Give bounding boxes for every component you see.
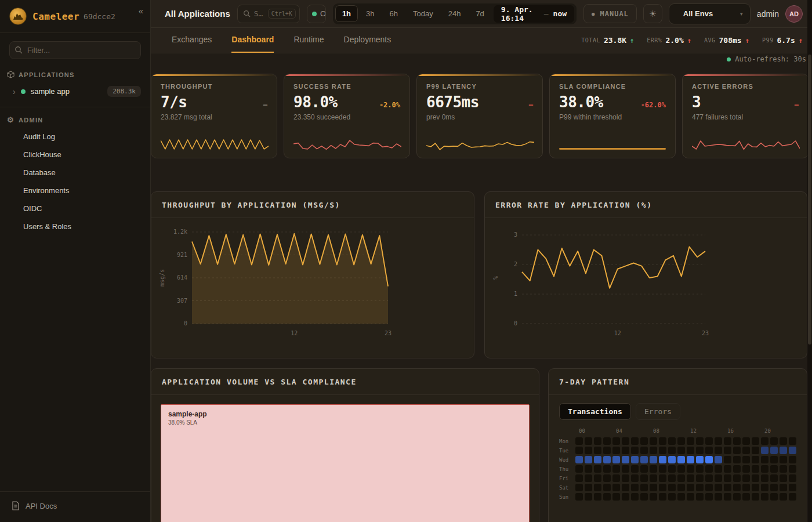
heatmap-cell	[585, 447, 592, 454]
vertical-scrollbar	[807, 0, 812, 522]
heatmap-cell	[612, 474, 620, 482]
arrow-up-icon: ↑	[745, 37, 749, 45]
heatmap-cell	[622, 437, 629, 445]
heatmap-cell	[761, 447, 768, 454]
heatmap-cell	[705, 456, 713, 463]
date-range-display[interactable]: 9. Apr. 16:14 – now	[494, 5, 574, 23]
svg-text:12: 12	[291, 330, 298, 336]
heatmap-cell	[742, 493, 750, 501]
sidebar-item-users-roles[interactable]: Users & Roles	[0, 217, 150, 235]
svg-text:2: 2	[514, 261, 517, 267]
heatmap-cell	[724, 456, 731, 463]
heatmap-cell	[780, 484, 787, 491]
heatmap-cell	[668, 465, 676, 473]
shortcut-kbd: Ctrl+K	[268, 9, 296, 19]
tab-exchanges[interactable]: Exchanges	[172, 28, 212, 53]
user-avatar[interactable]: AD	[785, 5, 803, 23]
username-label: admin	[757, 9, 779, 19]
svg-text:921: 921	[177, 252, 187, 258]
panel-title: THROUGHPUT BY APPLICATION (MSG/S)	[162, 201, 340, 209]
app-name: sample app	[31, 87, 108, 96]
app-status-dot	[21, 89, 26, 94]
range-24h[interactable]: 24h	[441, 5, 468, 22]
page-title: All Applications	[165, 9, 230, 19]
heatmap-cell	[575, 447, 583, 454]
heatmap-cell	[696, 484, 704, 491]
heatmap-cell	[705, 447, 713, 454]
heatmap-cell	[622, 465, 629, 473]
tab-runtime[interactable]: Runtime	[293, 28, 324, 53]
manual-refresh-button[interactable]: ● MANUAL	[583, 4, 637, 23]
kpi-row: THROUGHPUT 7/s– 23.827 msg total SUCCESS…	[151, 74, 812, 158]
heatmap-cell	[659, 465, 666, 473]
heatmap-cell	[594, 437, 601, 445]
heatmap-cell	[715, 456, 722, 463]
filter-input[interactable]	[9, 41, 141, 59]
heatmap-cell	[640, 493, 648, 501]
svg-text:msg/s: msg/s	[159, 269, 165, 287]
environment-value: All Envs	[683, 9, 713, 18]
tab-transactions[interactable]: Transactions	[559, 403, 631, 420]
sidebar-item-environments[interactable]: Environments	[0, 182, 150, 200]
theme-toggle-button[interactable]: ☀	[643, 4, 662, 23]
heatmap-cell	[585, 465, 592, 473]
heatmap-cell	[696, 437, 704, 445]
svg-text:3: 3	[514, 231, 517, 238]
heatmap-cell	[733, 437, 741, 445]
kpi-label: SLA COMPLIANCE	[559, 83, 666, 90]
tab-errors[interactable]: Errors	[636, 403, 680, 420]
sidebar-item-api-docs[interactable]: API Docs	[0, 491, 150, 522]
range-3h[interactable]: 3h	[359, 5, 381, 22]
tab-dashboard[interactable]: Dashboard	[231, 28, 274, 53]
heatmap-cell	[724, 437, 731, 445]
heatmap-cell	[677, 447, 685, 454]
heatmap-cell	[585, 456, 592, 463]
heatmap-cell	[789, 437, 796, 445]
heatmap-cell	[770, 474, 778, 482]
sidebar-item-audit-log[interactable]: Audit Log	[0, 128, 150, 146]
heatmap-cell	[668, 474, 676, 482]
sidebar-item-clickhouse[interactable]: ClickHouse	[0, 146, 150, 164]
hour-label: 00	[579, 428, 585, 434]
kpi-value: 38.0%	[559, 93, 603, 111]
treemap-node-sample-app[interactable]: sample-app 38.0% SLA	[161, 404, 530, 522]
heatmap-cell	[612, 447, 620, 454]
range-6h[interactable]: 6h	[383, 5, 405, 22]
heatmap-cell	[687, 447, 694, 454]
heatmap-cell	[715, 493, 722, 501]
heatmap-cell	[687, 474, 694, 482]
heatmap-cell	[659, 456, 666, 463]
kpi-value: 3	[692, 93, 701, 111]
range-today[interactable]: Today	[406, 5, 440, 22]
kpi-subtext: prev 0ms	[426, 113, 533, 121]
range-1h[interactable]: 1h	[335, 5, 358, 22]
range-7d[interactable]: 7d	[469, 5, 491, 22]
arrow-up-icon: ↑	[630, 37, 634, 45]
heatmap-cell	[622, 484, 629, 491]
heatmap-row-fri: Fri	[559, 474, 796, 482]
kpi-value: 7/s	[161, 93, 187, 111]
heatmap-cell	[622, 474, 629, 482]
connection-status-pill[interactable]: O	[307, 5, 326, 23]
global-search[interactable]: S… Ctrl+K	[237, 5, 300, 23]
heatmap-cell	[677, 493, 685, 501]
sidebar-item-database[interactable]: Database	[0, 164, 150, 182]
heatmap-cell	[668, 437, 676, 445]
kpi-value: 6675ms	[426, 93, 479, 111]
heatmap-hour-labels: 000408121620	[579, 428, 796, 436]
sidebar-item-oidc[interactable]: OIDC	[0, 200, 150, 217]
sidebar-item-sample-app[interactable]: › sample app 208.3k	[0, 82, 150, 101]
heatmap-cell	[733, 493, 741, 501]
day-label: Sat	[559, 485, 573, 491]
heatmap-cell	[705, 493, 713, 501]
heatmap-cell	[742, 474, 750, 482]
heatmap-cell	[631, 437, 639, 445]
kpi-card-throughput: THROUGHPUT 7/s– 23.827 msg total	[151, 74, 277, 158]
expand-chevron-icon[interactable]: ›	[13, 87, 16, 96]
tab-deployments[interactable]: Deployments	[344, 28, 392, 53]
scrollbar-thumb[interactable]	[808, 55, 811, 345]
sidebar-collapse-icon[interactable]: «	[139, 6, 143, 16]
svg-text:1: 1	[514, 291, 517, 297]
heatmap-cell	[585, 484, 592, 491]
environment-select[interactable]: All Envs ▾	[669, 3, 751, 24]
